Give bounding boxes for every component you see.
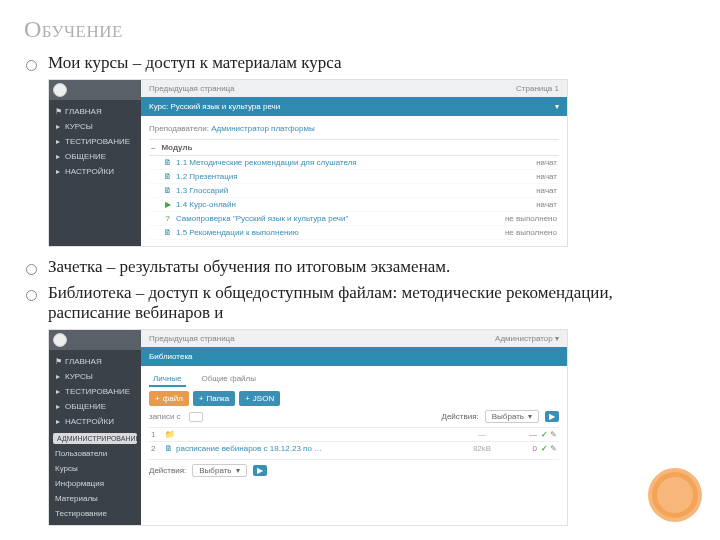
- plus-icon: +: [199, 394, 204, 403]
- json-button[interactable]: +JSON: [239, 391, 280, 406]
- edit-icon[interactable]: ✎: [550, 430, 557, 439]
- play-icon: ▶: [163, 200, 172, 209]
- library-title: Библиотека: [149, 352, 193, 361]
- sidebar-item-testing[interactable]: ▸ТЕСТИРОВАНИЕ: [53, 384, 137, 399]
- module-row[interactable]: 🗎1.1 Методические рекомендации для слуша…: [149, 156, 559, 170]
- status-badge: не выполнено: [505, 214, 557, 223]
- tab-shared[interactable]: Общие файлы: [198, 372, 260, 387]
- go-button[interactable]: ▶: [545, 411, 559, 422]
- file-row[interactable]: 2 🗎расписание вебинаров с 18.12.23 по … …: [149, 441, 559, 455]
- status-badge: начат: [536, 172, 557, 181]
- page-title: Обучение: [24, 16, 696, 43]
- actions-label: Действия:: [441, 412, 478, 421]
- sidebar-item-label: Информация: [55, 479, 104, 488]
- sidebar-admin-info[interactable]: Информация: [53, 476, 137, 491]
- screenshot-library: ⚑ГЛАВНАЯ ▸КУРСЫ ▸ТЕСТИРОВАНИЕ ▸ОБЩЕНИЕ ▸…: [48, 329, 568, 526]
- sidebar-item-courses[interactable]: ▸КУРСЫ: [53, 369, 137, 384]
- teacher-link[interactable]: Администратор платформы: [211, 124, 315, 133]
- brand-bar: [49, 80, 141, 100]
- actions-select[interactable]: Выбрать▾: [485, 410, 539, 423]
- sidebar-admin-testing[interactable]: Тестирование: [53, 506, 137, 521]
- sidebar-item-testing[interactable]: ▸ТЕСТИРОВАНИЕ: [53, 134, 137, 149]
- sidebar-item-home[interactable]: ⚑ГЛАВНАЯ: [53, 104, 137, 119]
- module-row[interactable]: 🗎1.3 Глоссарий начат: [149, 184, 559, 198]
- doc-icon: 🗎: [163, 228, 172, 237]
- library-title-bar: Библиотека: [141, 347, 567, 366]
- status-badge: начат: [536, 186, 557, 195]
- sidebar-admin-users[interactable]: Пользователи: [53, 446, 137, 461]
- sidebar-item-label: Курсы: [55, 464, 78, 473]
- sidebar-item-label: ТЕСТИРОВАНИЕ: [65, 137, 130, 146]
- actions-label: Действия:: [149, 466, 186, 475]
- status-badge: не выполнено: [505, 228, 557, 237]
- logo-icon: [53, 83, 67, 97]
- sidebar: ⚑ГЛАВНАЯ ▸КУРСЫ ▸ТЕСТИРОВАНИЕ ▸ОБЩЕНИЕ ▸…: [49, 80, 141, 246]
- sidebar-admin-courses[interactable]: Курсы: [53, 461, 137, 476]
- edit-icon[interactable]: ✎: [550, 444, 557, 453]
- folder-icon: 📁: [165, 430, 175, 439]
- sidebar-item-label: ГЛАВНАЯ: [65, 107, 102, 116]
- admin-badge: АДМИНИСТРИРОВАНИЕ: [53, 433, 137, 444]
- add-file-button[interactable]: +файл: [149, 391, 189, 406]
- sidebar-item-label: НАСТРОЙКИ: [65, 167, 114, 176]
- user-menu[interactable]: Администратор ▾: [495, 334, 559, 343]
- sidebar-item-label: ГЛАВНАЯ: [65, 357, 102, 366]
- go-button[interactable]: ▶: [253, 465, 267, 476]
- check-icon[interactable]: ✓: [541, 444, 548, 453]
- breadcrumb: Предыдущая страница Администратор ▾: [141, 330, 567, 347]
- sidebar-item-settings[interactable]: ▸НАСТРОЙКИ: [53, 164, 137, 179]
- sidebar-admin-materials[interactable]: Материалы: [53, 491, 137, 506]
- module-row[interactable]: 🗎1.2 Презентация начат: [149, 170, 559, 184]
- doc-icon: 🗎: [163, 186, 172, 195]
- teacher-line: Преподаватели: Администратор платформы: [149, 124, 559, 133]
- breadcrumb-back[interactable]: Предыдущая страница: [149, 84, 235, 93]
- sidebar-item-label: Материалы: [55, 494, 98, 503]
- breadcrumb-back[interactable]: Предыдущая страница: [149, 334, 235, 343]
- bullet-library: Библиотека – доступ к общедоступным файл…: [24, 283, 696, 323]
- sidebar-item-label: ОБЩЕНИЕ: [65, 152, 106, 161]
- screenshot-courses: ⚑ГЛАВНАЯ ▸КУРСЫ ▸ТЕСТИРОВАНИЕ ▸ОБЩЕНИЕ ▸…: [48, 79, 568, 247]
- sidebar-item-label: НАСТРОЙКИ: [65, 417, 114, 426]
- sidebar-item-label: КУРСЫ: [65, 372, 93, 381]
- plus-icon: +: [245, 394, 250, 403]
- page-input[interactable]: [189, 412, 203, 422]
- actions-select[interactable]: Выбрать▾: [192, 464, 246, 477]
- tabs: Личные Общие файлы: [149, 372, 559, 387]
- sidebar-item-label: Тестирование: [55, 509, 107, 518]
- module-row[interactable]: ?Самопроверка "Русский язык и культура р…: [149, 212, 559, 226]
- bullet-zachetka: Зачетка – результаты обучения по итоговы…: [24, 257, 696, 277]
- breadcrumb-page: Страница 1: [516, 84, 559, 93]
- sidebar-item-settings[interactable]: ▸НАСТРОЙКИ: [53, 414, 137, 429]
- file-row[interactable]: 1 📁 — — ✓ ✎: [149, 427, 559, 441]
- footer-bar: Действия: Выбрать▾ ▶: [149, 459, 559, 477]
- table-header: –Модуль: [149, 139, 559, 156]
- quiz-icon: ?: [163, 214, 172, 223]
- decorative-circle: [648, 468, 702, 522]
- course-title-bar: Курс: Русский язык и культура речи ▾: [141, 97, 567, 116]
- plus-icon: +: [155, 394, 160, 403]
- brand-bar: [49, 330, 141, 350]
- doc-icon: 🗎: [163, 158, 172, 167]
- filter-bar: записи с Действия: Выбрать▾ ▶: [149, 410, 559, 423]
- add-folder-button[interactable]: +Папка: [193, 391, 235, 406]
- sidebar-item-courses[interactable]: ▸КУРСЫ: [53, 119, 137, 134]
- doc-icon: 🗎: [163, 172, 172, 181]
- file-icon: 🗎: [165, 444, 173, 453]
- module-row[interactable]: 🗎1.5 Рекомендации к выполнению не выполн…: [149, 226, 559, 240]
- status-badge: начат: [536, 158, 557, 167]
- sidebar-item-label: Пользователи: [55, 449, 107, 458]
- sidebar-item-home[interactable]: ⚑ГЛАВНАЯ: [53, 354, 137, 369]
- module-row[interactable]: ▶1.4 Курс-онлайн начат: [149, 198, 559, 212]
- check-icon[interactable]: ✓: [541, 430, 548, 439]
- sidebar-item-label: ОБЩЕНИЕ: [65, 402, 106, 411]
- sidebar-item-chat[interactable]: ▸ОБЩЕНИЕ: [53, 149, 137, 164]
- sidebar-item-chat[interactable]: ▸ОБЩЕНИЕ: [53, 399, 137, 414]
- course-title: Курс: Русский язык и культура речи: [149, 102, 280, 111]
- logo-icon: [53, 333, 67, 347]
- chevron-down-icon[interactable]: ▾: [555, 102, 559, 111]
- sidebar-item-label: ТЕСТИРОВАНИЕ: [65, 387, 130, 396]
- tab-personal[interactable]: Личные: [149, 372, 186, 387]
- status-badge: начат: [536, 200, 557, 209]
- bullet-my-courses: Мои курсы – доступ к материалам курса: [24, 53, 696, 73]
- sidebar-item-label: КУРСЫ: [65, 122, 93, 131]
